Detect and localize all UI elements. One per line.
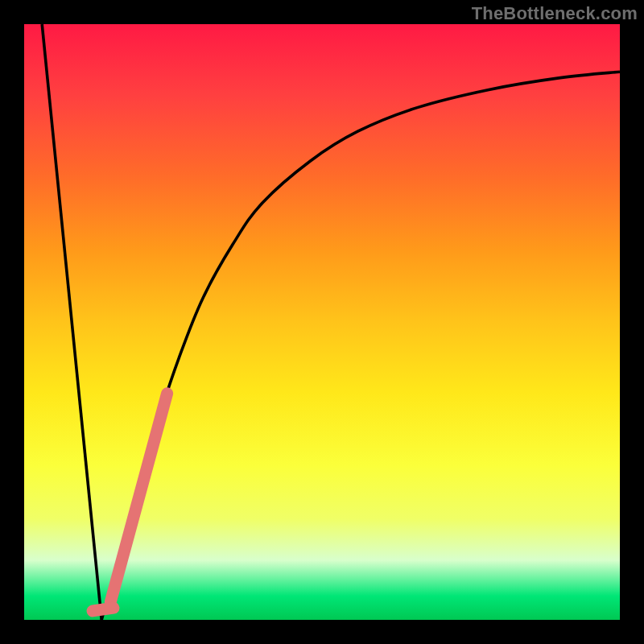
plot-area	[24, 24, 620, 620]
chart-svg	[24, 24, 620, 620]
watermark-text: TheBottleneck.com	[472, 3, 638, 24]
left-line-path	[42, 24, 101, 620]
highlight-segment-path	[110, 394, 167, 602]
chart-stage: TheBottleneck.com	[0, 0, 644, 644]
highlight-nub-path	[93, 608, 114, 611]
right-curve-path	[101, 72, 620, 620]
